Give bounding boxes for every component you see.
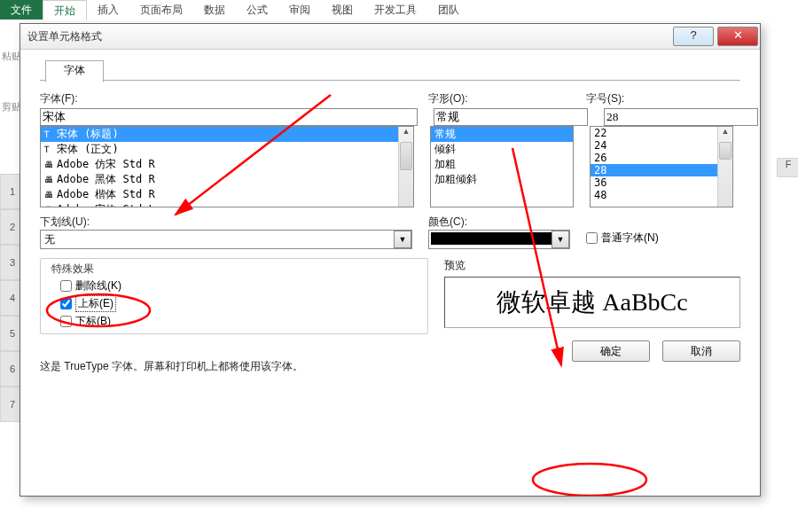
ribbon-tab-view[interactable]: 视图 (321, 0, 364, 20)
ribbon-tab-team[interactable]: 团队 (427, 0, 470, 20)
ribbon-tab-data[interactable]: 数据 (193, 0, 236, 20)
ribbon-tab-insert[interactable]: 插入 (87, 0, 129, 20)
ribbon-tab-file[interactable]: 文件 (0, 0, 43, 20)
ribbon-tab-home[interactable]: 开始 (43, 0, 87, 20)
ribbon-tab-review[interactable]: 审阅 (278, 0, 321, 20)
ribbon-tabs: 文件 开始 插入 页面布局 数据 公式 审阅 视图 开发工具 团队 (0, 0, 798, 20)
ribbon-tab-layout[interactable]: 页面布局 (129, 0, 193, 20)
ribbon-tab-formula[interactable]: 公式 (236, 0, 278, 20)
ribbon-tab-dev[interactable]: 开发工具 (364, 0, 427, 20)
